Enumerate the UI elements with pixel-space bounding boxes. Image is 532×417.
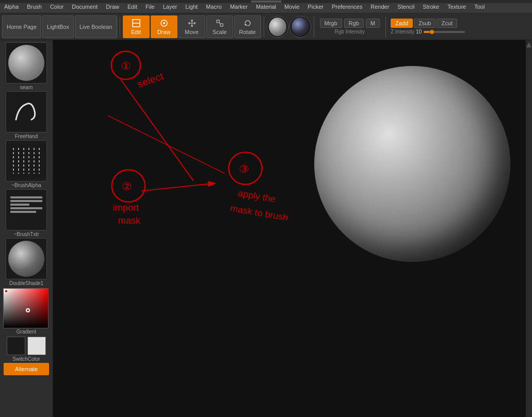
zadd-button[interactable]: Zadd <box>391 19 413 28</box>
home-page-button[interactable]: Home Page <box>2 15 41 38</box>
svg-text:②: ② <box>122 180 132 193</box>
svg-line-16 <box>121 79 194 181</box>
svg-rect-5 <box>220 24 223 26</box>
lightbox-button[interactable]: LightBox <box>42 15 74 38</box>
color-picker-box[interactable] <box>3 288 49 328</box>
move-icon <box>187 19 197 28</box>
svg-text:mask: mask <box>118 215 140 226</box>
freehand-label: FreeHand <box>15 134 38 139</box>
seam-label: seam <box>20 85 33 90</box>
brush-alpha-thumbnail <box>6 140 47 181</box>
freehand-thumbnail <box>6 91 47 132</box>
sidebar: seam FreeHand <box>0 40 53 417</box>
rotate-button[interactable]: Rotate <box>234 15 261 38</box>
svg-text:apply the: apply the <box>237 188 277 205</box>
svg-text:import: import <box>113 203 139 213</box>
z-intensity-slider[interactable] <box>424 31 465 33</box>
zcut-button[interactable]: Zcut <box>437 19 457 28</box>
svg-point-22 <box>229 152 262 184</box>
brush-txtr-item[interactable]: ~BrushTxtr <box>2 189 51 237</box>
rgb-intensity-label: Rgb Intensity <box>335 29 365 35</box>
material-preview[interactable] <box>267 16 288 38</box>
draw-icon <box>159 19 169 28</box>
rotate-icon <box>243 19 252 28</box>
svg-text:③: ③ <box>239 163 249 176</box>
zsub-button[interactable]: Zsub <box>414 19 436 28</box>
svg-text:mask to brush: mask to brush <box>230 203 289 223</box>
scale-icon <box>215 19 224 28</box>
scroll-thumb[interactable] <box>251 1 282 3</box>
svg-line-6 <box>219 23 220 24</box>
rgb-section: Mrgb Rgb M Rgb Intensity <box>317 19 383 35</box>
canvas-area[interactable]: ① select ② import mask <box>53 40 526 417</box>
canvas-wrapper: ① select ② import mask <box>53 40 532 417</box>
live-boolean-button[interactable]: Live Boolean <box>75 15 117 38</box>
alternate-button[interactable]: Alternate <box>4 363 49 375</box>
scroll-indicator <box>0 0 532 3</box>
double-shade-label: DoubleShade1 <box>9 280 43 286</box>
brush-txtr-thumbnail <box>6 189 47 230</box>
seam-sphere-preview <box>8 45 44 81</box>
move-button[interactable]: Move <box>179 15 205 38</box>
brush-alpha-item[interactable]: ~BrushAlpha <box>2 140 51 188</box>
svg-point-13 <box>111 51 140 79</box>
background-color-box[interactable] <box>27 337 46 355</box>
switch-color-label: SwitchColor <box>12 356 40 362</box>
m-button[interactable]: M <box>366 19 380 28</box>
color-picker[interactable]: Gradient <box>2 287 51 336</box>
separator-3 <box>314 16 314 37</box>
seam-thumbnail <box>6 42 47 84</box>
freehand-stroke-icon <box>8 96 44 127</box>
svg-line-26 <box>108 115 224 173</box>
z-intensity-label: Z Intensity <box>391 29 414 35</box>
color-red-indicator <box>5 290 8 293</box>
brush-txtr-preview <box>8 194 44 225</box>
separator-2 <box>264 16 264 37</box>
seam-item[interactable]: seam <box>2 42 51 90</box>
svg-point-3 <box>163 22 165 24</box>
brush-alpha-label: ~BrushAlpha <box>11 182 41 188</box>
separator-4 <box>385 16 386 37</box>
svg-text:①: ① <box>121 59 131 72</box>
switch-color[interactable]: SwitchColor <box>2 337 51 362</box>
double-shade-sphere-preview <box>8 241 44 277</box>
3d-sphere <box>314 66 510 262</box>
z-section: Zadd Zsub Zcut Z Intensity 10 <box>389 19 467 35</box>
color-selection-dot <box>26 308 30 312</box>
color-gradient <box>4 289 48 328</box>
rgb-button[interactable]: Rgb <box>344 19 364 28</box>
svg-rect-4 <box>217 20 219 23</box>
brush-alpha-icon <box>8 145 44 176</box>
canvas-with-scrollbar: ① select ② import mask <box>53 40 532 417</box>
double-shade-thumbnail <box>6 238 47 279</box>
env-preview[interactable] <box>289 16 311 38</box>
edit-icon <box>132 19 141 28</box>
svg-text:select: select <box>136 70 165 90</box>
svg-point-17 <box>112 170 145 202</box>
foreground-color-box[interactable] <box>7 337 25 355</box>
scale-button[interactable]: Scale <box>206 15 233 38</box>
main-area: seam FreeHand <box>0 40 532 417</box>
freehand-item[interactable]: FreeHand <box>2 91 51 139</box>
gradient-label: Gradient <box>3 329 50 335</box>
edit-button[interactable]: Edit <box>123 15 150 38</box>
draw-button[interactable]: Draw <box>151 15 178 38</box>
separator <box>120 16 120 37</box>
scroll-up-arrow[interactable] <box>526 42 531 47</box>
mrgb-button[interactable]: Mrgb <box>320 19 342 28</box>
double-shade-item[interactable]: DoubleShade1 <box>2 238 51 286</box>
right-scrollbar <box>526 40 532 417</box>
svg-line-21 <box>141 184 214 191</box>
z-intensity-value: 10 <box>416 29 422 35</box>
toolbar: Home Page LightBox Live Boolean Edit Dra… <box>0 13 532 40</box>
brush-txtr-label: ~BrushTxtr <box>13 231 39 237</box>
switch-color-boxes <box>7 337 46 355</box>
